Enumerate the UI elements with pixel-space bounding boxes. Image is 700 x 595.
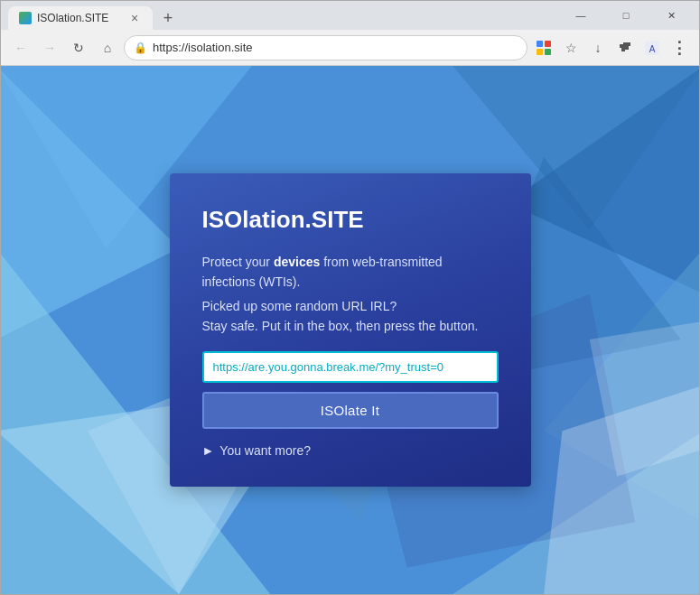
main-card: ISOlation.SITE Protect your devices from… [170, 173, 531, 488]
lock-icon: 🔒 [134, 42, 147, 54]
profile-icon[interactable]: A [639, 35, 665, 60]
url-input[interactable] [202, 351, 499, 383]
svg-rect-0 [537, 41, 543, 47]
forward-button[interactable]: → [37, 35, 62, 60]
download-icon[interactable]: ↓ [585, 35, 611, 60]
page-content: ISOlation.SITE Protect your devices from… [1, 66, 699, 594]
home-button[interactable]: ⌂ [95, 35, 120, 60]
desc-bold: devices [274, 255, 320, 269]
tab-favicon [19, 12, 32, 24]
svg-text:A: A [649, 44, 656, 54]
address-bar: ← → ↻ ⌂ 🔒 https://isolation.site ☆ ↓ [1, 30, 699, 66]
maximize-button[interactable]: □ [605, 1, 647, 30]
more-label: You want more? [219, 443, 311, 458]
extensions-icon[interactable] [612, 35, 638, 60]
browser-frame: ISOlation.SITE × + — □ ✕ ← → ↻ ⌂ 🔒 https… [0, 0, 700, 595]
more-link[interactable]: ► You want more? [202, 443, 499, 458]
refresh-button[interactable]: ↻ [66, 35, 91, 60]
tab-area: ISOlation.SITE × + [8, 1, 560, 30]
url-box[interactable]: 🔒 https://isolation.site [124, 35, 527, 60]
back-button[interactable]: ← [8, 35, 33, 60]
bookmark-star-icon[interactable]: ☆ [558, 35, 583, 60]
card-title: ISOlation.SITE [202, 206, 499, 234]
toolbar-icons: ☆ ↓ A ⋮ [531, 35, 692, 60]
active-tab[interactable]: ISOlation.SITE × [8, 6, 153, 30]
close-button[interactable]: ✕ [650, 1, 692, 30]
card-cta: Stay safe. Put it in the box, then press… [202, 319, 499, 333]
google-apps-icon[interactable] [531, 35, 556, 60]
card-description: Protect your devices from web-transmitte… [202, 252, 499, 293]
new-tab-button[interactable]: + [156, 6, 180, 30]
svg-rect-2 [537, 49, 543, 55]
card-tagline: Picked up some random URL IRL? [202, 299, 499, 313]
url-text: https://isolation.site [153, 41, 253, 54]
title-bar: ISOlation.SITE × + — □ ✕ [1, 1, 699, 30]
isolate-button[interactable]: ISOlate It [202, 392, 499, 429]
more-arrow: ► [202, 443, 215, 458]
minimize-button[interactable]: — [560, 1, 602, 30]
window-controls: — □ ✕ [560, 1, 692, 30]
tab-label: ISOlation.SITE [37, 12, 122, 24]
desc-normal-1: Protect your [202, 255, 274, 269]
tab-close-button[interactable]: × [127, 11, 142, 25]
svg-rect-1 [545, 41, 551, 47]
menu-icon[interactable]: ⋮ [667, 35, 692, 60]
svg-rect-3 [545, 49, 551, 55]
